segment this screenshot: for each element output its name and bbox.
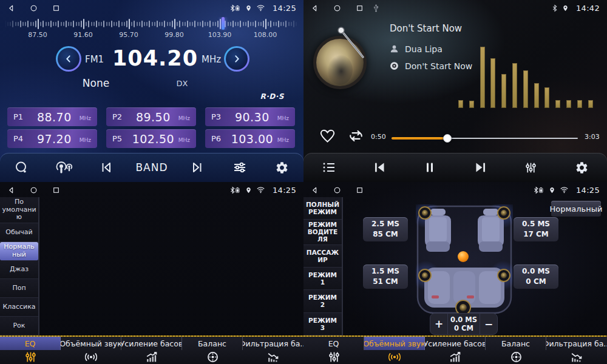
spectrum-visualizer [458,35,603,108]
preset-button-p5[interactable]: P5102.50MHz [106,129,196,148]
preset-button-p2[interactable]: P289.50MHz [106,107,196,126]
playlist-icon[interactable] [316,155,342,180]
album-icon [389,61,399,71]
seek-bar[interactable] [392,134,578,143]
delay-button-rear-right[interactable]: 0.0 MS0 CM [514,265,558,289]
repeat-icon[interactable] [348,129,364,146]
next-icon[interactable] [184,155,211,180]
delay-plus-button[interactable]: + [430,314,447,334]
eq-preset-item-7[interactable]: Рок [0,317,38,335]
tuner-frequency-label: 103.90 [208,31,232,39]
eq-preset-item-3[interactable]: Нормальный [0,242,38,261]
delay-cm: 0 CM [526,277,546,287]
tab-eq-sliders-icon [0,350,61,364]
tab-4[interactable]: Баланс [486,337,546,364]
tune-icon[interactable] [226,155,253,180]
tab-bass-boost-icon [121,350,182,364]
back-icon[interactable] [311,186,319,194]
clock: 14:42 [576,4,600,13]
listening-mode-item-3[interactable]: ПАССАЖИР [304,245,342,268]
eq-preset-item-4[interactable]: Джаз [0,261,38,280]
bluetooth-icon [552,4,558,12]
eq-preset-item-6[interactable]: Классика [0,298,38,317]
delay-button-rear-left[interactable]: 1.5 MS51 CM [363,265,408,289]
tab-5[interactable]: Фильтрация ба... [546,337,607,364]
tab-2[interactable]: Объёмный звук [364,337,425,364]
recents-icon[interactable] [356,186,364,194]
listening-mode-item-2[interactable]: РЕЖИМ ВОДИТЕЛЯ [304,220,342,244]
recents-icon[interactable] [52,4,60,12]
sound-profile-button[interactable]: Нормальный [551,201,601,217]
listening-mode-item-5[interactable]: РЕЖИМ 2 [304,290,342,312]
preset-grid: P188.70MHzP289.50MHzP390.30MHzP497.20MHz… [7,107,295,148]
preset-button-p4[interactable]: P497.20MHz [7,129,97,148]
settings-icon[interactable] [568,155,595,180]
favorite-icon[interactable] [319,128,336,146]
delay-button-front-right[interactable]: 0.5 MS17 CM [514,217,558,241]
preset-button-p1[interactable]: P188.70MHz [7,107,97,126]
tab-3[interactable]: Усиление басов [425,337,486,364]
tab-1[interactable]: EQ [0,337,61,364]
listening-mode-item-6[interactable]: РЕЖИМ 3 [304,313,342,335]
listening-mode-item-4[interactable]: РЕЖИМ 1 [304,268,342,290]
recents-icon[interactable] [356,4,364,12]
recents-icon[interactable] [52,186,60,194]
eq-preset-item-2[interactable]: Обычай [0,223,38,242]
location-icon [549,186,555,194]
home-icon[interactable] [333,186,341,194]
seek-down-button[interactable] [56,46,81,72]
back-icon[interactable] [311,4,319,12]
pause-icon[interactable] [416,155,443,180]
android-nav [7,4,60,12]
home-icon[interactable] [333,4,341,12]
seek-thumb[interactable] [443,134,452,143]
seek-up-button[interactable] [224,46,249,72]
previous-icon[interactable] [366,155,393,180]
back-icon[interactable] [7,4,15,12]
broadcast-icon[interactable] [50,155,77,180]
home-icon[interactable] [30,4,38,12]
previous-icon[interactable] [93,155,120,180]
tab-1[interactable]: EQ [304,337,364,364]
listening-mode-item-1[interactable]: ПОЛНЫЙ РЕЖИМ [304,197,342,220]
preset-frequency: 90.30 [227,110,277,124]
tab-3[interactable]: Усиление басов [121,337,182,364]
eq-sliders-icon[interactable] [518,155,544,180]
speaker-rear-right [498,269,510,281]
tab-2[interactable]: Объёмный звук [61,337,121,364]
tab-4[interactable]: Баланс [182,337,243,364]
tab-label: Объёмный звук [364,337,425,350]
scan-icon[interactable] [8,155,35,180]
home-icon[interactable] [30,186,38,194]
eq-preset-item-1[interactable]: По умолчанию [0,197,38,223]
tab-balance-icon [486,350,546,364]
tuner-scale[interactable] [5,17,299,30]
next-icon[interactable] [467,155,494,180]
spectrum-bar [588,100,593,108]
elapsed-time: 0:50 [371,133,386,141]
delay-cm: 17 CM [523,229,549,240]
preset-button-p6[interactable]: P6103.00MHz [205,129,295,148]
seek-fill [392,137,447,140]
preset-button-p3[interactable]: P390.30MHz [205,107,295,126]
eq-preset-list: По умолчаниюОбычайНормальныйДжазПопКласс… [0,197,39,335]
back-icon[interactable] [7,186,15,194]
band-button[interactable]: BAND [135,161,168,174]
spectrum-bar [523,70,528,108]
speaker-front-right [498,207,510,219]
tab-5[interactable]: Фильтрация ба... [243,337,304,364]
tab-bass-boost-icon [425,350,486,364]
preset-id: P2 [112,112,128,121]
preset-unit: MHz [80,115,91,121]
statusbar-surround: 14:25 [304,182,607,198]
spectrum-bar [534,83,539,108]
spectrum-bar [566,100,571,108]
delay-cm: 85 CM [373,229,398,240]
preset-id: P5 [112,134,128,143]
settings-icon[interactable] [269,155,296,180]
tab-filter-icon [243,350,304,364]
statusbar-player: 14:42 [304,0,607,16]
eq-preset-item-5[interactable]: Поп [0,279,38,298]
delay-minus-button[interactable]: − [480,314,497,334]
delay-button-front-left[interactable]: 2.5 MS85 CM [363,217,408,241]
